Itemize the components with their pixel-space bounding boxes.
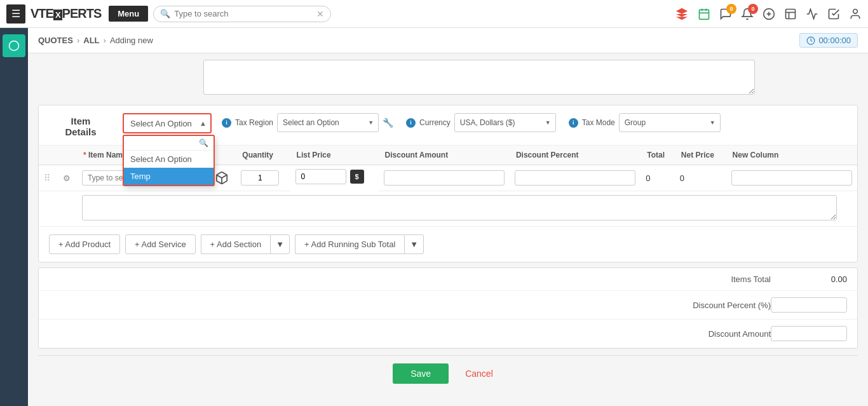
group-dropdown-value: Select An Option [130, 119, 192, 128]
plus-icon[interactable] [763, 8, 775, 20]
discount-amount-label: Discount Amount [49, 329, 771, 339]
group-dropdown[interactable]: Select An Option [123, 113, 212, 133]
description-row [39, 191, 857, 227]
new-column-cell [726, 165, 857, 191]
currency-select[interactable]: USA, Dollars ($) [454, 113, 556, 132]
xperts-icon[interactable] [675, 7, 689, 21]
col-quantity: Quantity [236, 145, 290, 165]
search-input[interactable] [174, 9, 313, 18]
box-icon[interactable] [213, 169, 231, 187]
new-column-input[interactable] [731, 170, 852, 186]
group-dropdown-wrapper: Select An Option ▲ 🔍 Select An Option Te… [123, 113, 212, 133]
col-discount-amount: Discount Amount [379, 145, 510, 165]
svg-rect-0 [700, 10, 709, 19]
discount-amount-row: Discount Amount [39, 320, 857, 348]
col-drag [39, 145, 58, 165]
svg-rect-7 [786, 9, 796, 18]
menu-button[interactable]: Menu [109, 6, 148, 22]
sidebar-item-home[interactable] [3, 34, 25, 57]
items-total-value: 0.00 [771, 274, 847, 284]
currency-select-wrapper: USA, Dollars ($) [454, 113, 556, 132]
row-settings-icon[interactable]: ⚙ [63, 173, 71, 183]
tax-region-info-icon[interactable]: i [222, 118, 231, 128]
logo-x: X [53, 10, 62, 20]
user-icon[interactable] [849, 8, 862, 20]
discount-amount-total-input[interactable] [771, 326, 847, 341]
breadcrumb-sep2: › [104, 36, 106, 45]
add-product-button[interactable]: + Add Product [49, 234, 120, 254]
net-price-value: 0 [680, 173, 684, 183]
dropdown-option-temp[interactable]: Temp [124, 168, 214, 185]
chart-icon[interactable] [806, 8, 818, 20]
breadcrumb: QUOTES › All › Adding new [38, 36, 153, 45]
discount-percent-cell [510, 165, 641, 191]
tax-region-select[interactable]: Select an Option [277, 113, 379, 132]
dropdown-search-icon: 🔍 [199, 139, 208, 147]
list-price-input[interactable] [295, 169, 346, 184]
wrench-icon[interactable]: 🔧 [383, 118, 393, 128]
col-settings [58, 145, 77, 165]
add-section-dropdown: + Add Section ▼ [201, 234, 290, 254]
discount-percent-row: Discount Percent (%) [39, 291, 857, 320]
net-price-cell: 0 [675, 165, 726, 191]
col-total: Total [641, 145, 675, 165]
item-details-label: ItemDetails [49, 113, 112, 137]
discount-percent-input[interactable] [515, 170, 635, 186]
svg-point-10 [853, 9, 858, 13]
breadcrumb-current: Adding new [110, 36, 153, 45]
add-running-sub-total-button[interactable]: + Add Running Sub Total [295, 234, 404, 254]
breadcrumb-bar: QUOTES › All › Adding new 00:00:00 [28, 28, 868, 53]
currency-icon[interactable]: $ [350, 170, 364, 184]
discount-percent-input[interactable] [771, 297, 847, 313]
currency-info-icon[interactable]: i [406, 118, 416, 128]
col-discount-percent: Discount Percent [510, 145, 641, 165]
quantity-input[interactable] [241, 170, 279, 186]
breadcrumb-module[interactable]: QUOTES [38, 36, 73, 45]
tax-region-select-wrapper: Select an Option [277, 113, 379, 132]
drag-handle-cell: ⠿ [39, 165, 58, 191]
dropdown-search-input[interactable] [129, 139, 196, 147]
tax-mode-info-icon[interactable]: i [569, 118, 578, 128]
clear-search-icon[interactable]: ✕ [316, 9, 324, 19]
add-service-button[interactable]: + Add Service [125, 234, 196, 254]
cancel-button[interactable]: Cancel [455, 363, 503, 384]
tasks-icon[interactable] [827, 8, 840, 20]
messages-icon[interactable]: 0 [719, 8, 732, 20]
empty-cell [39, 191, 77, 227]
reports-icon[interactable] [784, 8, 797, 20]
save-button[interactable]: Save [393, 363, 449, 384]
add-section-button[interactable]: + Add Section [201, 234, 271, 254]
navbar-icons: 0 0 [675, 7, 862, 21]
tax-mode-select[interactable]: Group [619, 113, 721, 132]
hamburger-menu[interactable]: ☰ [6, 4, 25, 24]
col-list-price: List Price [290, 145, 379, 165]
drag-handle-icon[interactable]: ⠿ [44, 173, 50, 183]
discount-amount-input[interactable] [384, 170, 505, 186]
breadcrumb-all[interactable]: All [83, 36, 99, 45]
timer-value: 00:00:00 [818, 36, 851, 45]
total-value: 0 [646, 173, 650, 183]
item-details-section: ItemDetails Select An Option ▲ 🔍 [38, 105, 858, 262]
navbar: ☰ VTEXPERTS Menu 🔍 ✕ 0 0 [0, 0, 868, 28]
content-area: ItemDetails Select An Option ▲ 🔍 [28, 53, 868, 398]
search-icon: 🔍 [160, 9, 170, 18]
discount-amount-cell [379, 165, 510, 191]
tax-mode-label: Tax Mode [582, 118, 615, 127]
add-running-sub-total-arrow[interactable]: ▼ [404, 234, 424, 254]
tax-region-label: Tax Region [235, 118, 273, 127]
timer: 00:00:00 [799, 33, 858, 48]
col-net-price: Net Price [675, 145, 726, 165]
notifications-icon[interactable]: 0 [741, 8, 754, 20]
col-new-column: New Column [726, 145, 857, 165]
total-cell: 0 [641, 165, 675, 191]
dropdown-option-default[interactable]: Select An Option [124, 151, 214, 168]
add-section-dropdown-arrow[interactable]: ▼ [270, 234, 290, 254]
item-details-header: ItemDetails Select An Option ▲ 🔍 [39, 105, 857, 145]
calendar-icon[interactable] [698, 8, 710, 20]
breadcrumb-sep1: › [77, 36, 79, 45]
tax-region-field: i Tax Region Select an Option 🔧 [222, 113, 393, 132]
app-logo: VTEXPERTS [31, 6, 101, 21]
row-description-textarea[interactable] [82, 195, 837, 220]
main-content: QUOTES › All › Adding new 00:00:00 ItemD… [28, 28, 868, 406]
description-textarea[interactable] [203, 60, 755, 95]
